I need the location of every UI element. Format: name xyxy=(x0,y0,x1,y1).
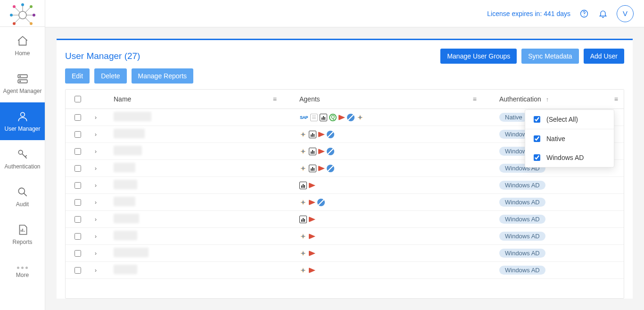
agent-sap-icon: SAP xyxy=(299,114,308,121)
svg-point-8 xyxy=(21,3,24,6)
agent-plus-icon xyxy=(299,131,307,138)
row-expand[interactable]: › xyxy=(89,109,108,126)
row-checkbox[interactable] xyxy=(74,165,81,172)
nav-user-manager[interactable]: User Manager xyxy=(0,102,45,140)
nav-more[interactable]: More xyxy=(0,253,45,291)
col-auth-header[interactable]: Authentication xyxy=(499,95,541,103)
user-name-redacted xyxy=(114,248,149,257)
app-logo[interactable] xyxy=(8,2,37,26)
col-auth-menu[interactable]: ≡ xyxy=(605,90,624,109)
user-name-redacted xyxy=(114,214,139,223)
row-expand[interactable]: › xyxy=(89,143,108,160)
user-avatar[interactable]: V xyxy=(617,5,634,22)
auth-badge: Windows AD xyxy=(499,249,545,258)
nav-audit[interactable]: Audit xyxy=(0,178,45,216)
manage-reports-button[interactable]: Manage Reports xyxy=(132,68,194,84)
table-row: ›Windows AD xyxy=(66,228,624,245)
svg-point-18 xyxy=(19,81,20,82)
license-info[interactable]: License expires in: 441 days xyxy=(487,10,570,17)
row-checkbox[interactable] xyxy=(74,216,81,223)
agent-chart-icon xyxy=(309,131,316,138)
nav-label: User Manager xyxy=(4,126,40,132)
row-checkbox[interactable] xyxy=(74,148,81,155)
svg-point-19 xyxy=(20,112,25,117)
nav-label: Home xyxy=(15,50,30,57)
user-icon xyxy=(17,110,29,123)
agent-red-icon xyxy=(309,183,315,188)
filter-select-all-label: (Select All) xyxy=(546,116,578,123)
row-checkbox[interactable] xyxy=(74,182,81,189)
user-name-redacted xyxy=(114,146,142,155)
nav-label: Reports xyxy=(12,239,32,245)
row-expand[interactable]: › xyxy=(89,177,108,194)
toolbar: Edit Delete Manage Reports xyxy=(57,68,633,89)
row-expand[interactable]: › xyxy=(89,194,108,211)
agent-icons xyxy=(299,182,458,189)
nav-reports[interactable]: Reports xyxy=(0,216,45,253)
row-checkbox[interactable] xyxy=(74,250,81,257)
add-user-button[interactable]: Add User xyxy=(584,49,624,64)
row-expand[interactable]: › xyxy=(89,126,108,143)
agent-chart-icon xyxy=(309,148,316,155)
row-expand[interactable]: › xyxy=(89,160,108,177)
filter-option[interactable]: Windows AD xyxy=(525,148,614,167)
col-name-header[interactable]: Name xyxy=(114,95,131,103)
nav-label: Audit xyxy=(16,201,29,208)
avatar-initial: V xyxy=(623,9,627,17)
agent-plus-icon xyxy=(299,233,307,240)
row-expand[interactable]: › xyxy=(89,211,108,228)
agent-plus-icon xyxy=(299,199,307,206)
nav-authentication[interactable]: Authentication xyxy=(0,140,45,178)
agent-q-icon: Q xyxy=(329,114,337,121)
filter-select-all[interactable]: (Select All) xyxy=(525,110,614,129)
agent-chart-icon xyxy=(299,182,307,189)
server-icon xyxy=(17,73,29,85)
row-checkbox[interactable] xyxy=(74,199,81,206)
row-expand[interactable]: › xyxy=(89,262,108,279)
filter-select-all-checkbox[interactable] xyxy=(534,116,540,123)
row-expand[interactable]: › xyxy=(89,228,108,245)
sync-metadata-button[interactable]: Sync Metadata xyxy=(521,49,578,64)
agent-icons xyxy=(299,148,458,155)
row-checkbox[interactable] xyxy=(74,131,81,138)
filter-option-label: Windows AD xyxy=(546,154,584,161)
nav-label: Agent Manager xyxy=(3,88,41,94)
agent-icons xyxy=(299,216,458,223)
row-checkbox[interactable] xyxy=(74,267,81,274)
table-row: ›Windows AD xyxy=(66,245,624,262)
agent-blue-icon xyxy=(327,165,334,172)
svg-point-9 xyxy=(30,5,33,8)
col-agents-header[interactable]: Agents xyxy=(299,95,320,103)
edit-button[interactable]: Edit xyxy=(65,68,90,84)
select-all-checkbox[interactable] xyxy=(74,96,81,102)
col-agents-menu[interactable]: ≡ xyxy=(463,90,482,109)
nav-home[interactable]: Home xyxy=(0,27,45,65)
agent-red-icon xyxy=(309,217,315,222)
topbar: License expires in: 441 days V xyxy=(45,0,644,27)
agent-plus-icon xyxy=(356,114,364,121)
auth-badge: Windows AD xyxy=(499,266,545,275)
filter-option[interactable]: Native xyxy=(525,129,614,148)
table-row: ›Windows AD xyxy=(66,177,624,194)
notifications-button[interactable] xyxy=(598,8,608,19)
agent-blue-icon xyxy=(327,148,334,155)
page-title: User Manager (27) xyxy=(65,51,140,61)
filter-option-checkbox[interactable] xyxy=(534,135,540,142)
delete-button[interactable]: Delete xyxy=(94,68,126,84)
col-name-menu[interactable]: ≡ xyxy=(264,90,282,109)
sort-asc-icon[interactable]: ↑ xyxy=(546,96,549,103)
help-button[interactable] xyxy=(579,8,589,19)
user-name-redacted xyxy=(114,112,151,121)
row-checkbox[interactable] xyxy=(74,233,81,240)
manage-user-groups-button[interactable]: Manage User Groups xyxy=(440,49,517,64)
filter-option-checkbox[interactable] xyxy=(534,154,540,161)
auth-badge: Windows AD xyxy=(499,181,545,190)
row-expand[interactable]: › xyxy=(89,245,108,262)
agent-icons xyxy=(299,267,458,274)
user-name-redacted xyxy=(114,180,137,189)
row-checkbox[interactable] xyxy=(74,114,81,121)
agent-chart-icon xyxy=(299,216,307,223)
agent-icons xyxy=(299,165,458,172)
nav-label: Authentication xyxy=(4,163,40,170)
nav-agent-manager[interactable]: Agent Manager xyxy=(0,65,45,102)
